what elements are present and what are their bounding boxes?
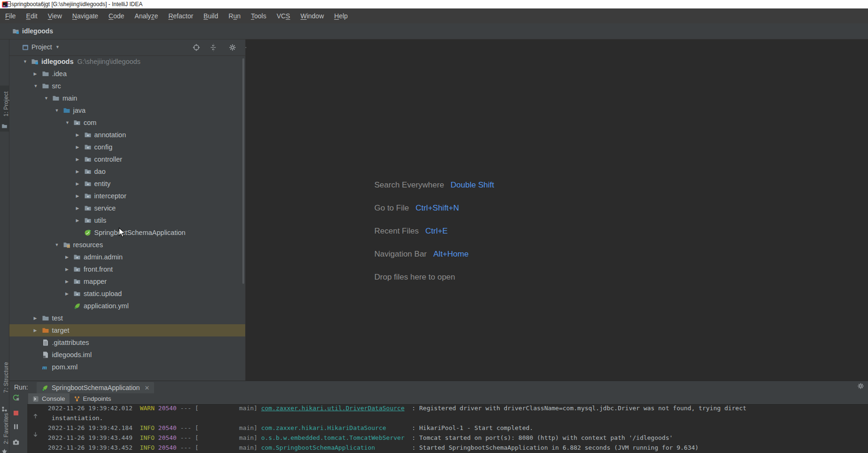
tree-item-controller[interactable]: ▶controller [9,153,245,165]
tree-item-dao[interactable]: ▶dao [9,165,245,178]
tree-item-java[interactable]: ▼java [9,104,245,117]
editor-area: Search EverywhereDouble ShiftGo to FileC… [246,39,868,381]
tree-chevron-open-icon[interactable]: ▼ [55,242,63,247]
menu-window[interactable]: Window [295,12,329,20]
package-icon [84,156,92,163]
pause-output-button[interactable] [12,423,20,430]
tree-chevron-open-icon[interactable]: ▼ [23,59,31,64]
window-maximize-button[interactable] [0,0,16,8]
tree-item-service[interactable]: ▶service [9,202,245,214]
menu-refactor[interactable]: Refactor [163,12,198,20]
run-settings-gear-icon[interactable] [857,383,864,390]
tree-item-application.yml[interactable]: application.yml [9,300,245,312]
next-trace-arrow-down-icon[interactable] [32,431,39,438]
stop-button[interactable] [12,409,20,417]
tree-chevron-open-icon[interactable]: ▼ [65,120,73,125]
tree-chevron-closed-icon[interactable]: ▶ [76,218,84,223]
tree-item-.idea[interactable]: ▶.idea [9,68,245,80]
tree-item-mapper[interactable]: ▶mapper [9,275,245,288]
shortcut-keys: Ctrl+E [425,226,448,235]
shortcut-hint: Drop files here to open [374,273,494,296]
tree-item-com[interactable]: ▼com [9,117,245,129]
close-icon[interactable]: ✕ [145,384,150,391]
tree-item-utils[interactable]: ▶utils [9,214,245,226]
tree-scrollbar[interactable] [242,58,244,284]
tree-item-target[interactable]: ▶target [9,324,245,336]
tree-chevron-closed-icon[interactable]: ▶ [76,133,84,137]
project-folder-icon [12,28,19,35]
stripe-tab-project[interactable]: 1: Project [0,87,9,120]
tab-endpoints[interactable]: Endpoints [70,393,116,404]
tree-chevron-closed-icon[interactable]: ▶ [76,181,84,186]
shortcut-label: Go to File [374,203,409,212]
locate-file-icon[interactable] [193,44,200,51]
menu-view[interactable]: View [43,12,67,20]
tree-chevron-closed-icon[interactable]: ▶ [76,169,84,174]
tree-item-idlegoods.iml[interactable]: idlegoods.iml [9,349,245,361]
tree-chevron-open-icon[interactable]: ▼ [55,108,63,113]
tree-item-main[interactable]: ▼main [9,92,245,104]
thread-dump-camera-icon[interactable] [12,438,20,446]
tree-chevron-closed-icon[interactable]: ▶ [34,316,42,320]
stripe-tab-favorites[interactable]: 2: Favorites [0,410,9,447]
tree-item-config[interactable]: ▶config [9,141,245,153]
tree-item-idlegoods[interactable]: ▼idlegoodsG:\shejiing\idlegoods [9,55,245,68]
tree-item-resources[interactable]: ▼resources [9,239,245,251]
tree-chevron-closed-icon[interactable]: ▶ [76,157,84,162]
menu-build[interactable]: Build [198,12,223,20]
window-title-bar: springboota6jgt [G:\shejiing\idlegoods] … [0,0,868,8]
rerun-button[interactable] [12,394,20,401]
prev-trace-arrow-up-icon[interactable] [32,413,39,420]
tree-item-pom.xml[interactable]: mpom.xml [9,361,245,373]
menu-analyze[interactable]: Analyze [130,12,163,20]
log-logger[interactable]: com.zaxxer.hikari.util.DriverDataSource [261,405,404,412]
tree-chevron-closed-icon[interactable]: ▶ [34,328,42,333]
tree-chevron-open-icon[interactable]: ▼ [34,84,42,88]
tree-item-test[interactable]: ▶test [9,312,245,324]
log-level: INFO [132,424,155,431]
tree-item-src[interactable]: ▼src [9,80,245,92]
stripe-tab-structure[interactable]: 7: Structure [0,351,9,403]
tree-item-static.upload[interactable]: ▶static.upload [9,288,245,300]
tree-item-interceptor[interactable]: ▶interceptor [9,190,245,202]
chevron-down-icon[interactable]: ▼ [55,39,60,55]
tree-chevron-closed-icon[interactable]: ▶ [76,194,84,198]
tree-chevron-closed-icon[interactable]: ▶ [65,291,73,296]
tree-item-admin.admin[interactable]: ▶admin.admin [9,251,245,263]
project-tab-folder-icon[interactable] [1,123,8,129]
run-tab[interactable]: SpringbootSchemaApplication ✕ [37,382,154,393]
tree-chevron-closed-icon[interactable]: ▶ [65,279,73,284]
log-pid: 20540 [158,405,177,412]
tree-chevron-closed-icon[interactable]: ▶ [76,145,84,149]
tab-console[interactable]: Console [28,393,70,404]
menu-tools[interactable]: Tools [246,12,271,20]
log-thread: --- [ main] [177,434,261,441]
star-icon[interactable] [1,448,8,453]
tree-chevron-closed-icon[interactable]: ▶ [76,206,84,211]
gear-icon[interactable] [229,44,236,51]
menu-edit[interactable]: Edit [21,12,43,20]
tree-item-label: main [62,94,77,102]
panel-title[interactable]: Project [31,39,52,55]
menu-run[interactable]: Run [224,12,246,20]
console-log[interactable]: 2022-11-26 19:39:42.012 WARN 20540 --- [… [48,404,868,453]
breadcrumb[interactable]: idlegoods [22,23,53,39]
tree-item-entity[interactable]: ▶entity [9,178,245,190]
tree-item-label: interceptor [94,192,127,200]
menu-code[interactable]: Code [103,12,129,20]
log-thread: --- [ main] [177,444,261,451]
tree-item-SpringbootSchemaApplication[interactable]: SpringbootSchemaApplication [9,226,245,239]
menu-help[interactable]: Help [329,12,353,20]
tree-chevron-closed-icon[interactable]: ▶ [65,255,73,259]
shortcut-hints: Search EverywhereDouble ShiftGo to FileC… [374,180,494,296]
tree-item-front.front[interactable]: ▶front.front [9,263,245,275]
log-message: : HikariPool-1 - Start completed. [386,424,533,431]
tree-chevron-closed-icon[interactable]: ▶ [34,71,42,76]
tree-chevron-closed-icon[interactable]: ▶ [65,267,73,272]
menu-vcs[interactable]: VCS [271,12,295,20]
menu-navigate[interactable]: Navigate [67,12,103,20]
tree-chevron-open-icon[interactable]: ▼ [44,96,52,101]
menu-file[interactable]: File [0,12,21,20]
tree-item-.gitattributes[interactable]: .gitattributes [9,336,245,349]
tree-item-annotation[interactable]: ▶annotation [9,129,245,141]
